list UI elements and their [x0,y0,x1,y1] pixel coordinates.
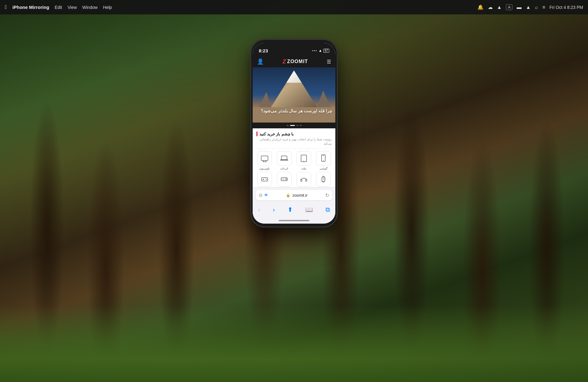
menubar-right: 🔔 ☁ ▲ A ▬ ▲ ⌕ ≡ Fri Oct 4 8:23 PM [477,4,583,10]
category-headphone[interactable]: هدفون [295,172,313,187]
svg-point-31 [266,179,267,180]
iphone-time: 8:23 [259,48,268,53]
search-icon[interactable]: ⌕ [535,5,538,10]
zoomit-z-icon: Z [282,59,286,65]
iphone-frame: 8:23 ••• ▲ 87 👤 Z ZOOMIT ☰ [251,40,337,227]
category-smartwatch[interactable]: ساعت هوشمند [315,172,332,187]
eye-icon[interactable]: 👁 [264,193,268,198]
menubar:  iPhone Mirroring Edit View Window Help… [0,0,588,14]
datetime-label: Fri Oct 4 8:23 PM [549,5,583,10]
goshi-icon [319,154,328,163]
svg-rect-13 [261,156,268,161]
menu-edit[interactable]: Edit [55,5,62,10]
smartwatch-icon-box [316,172,331,187]
mountain-icon[interactable]: ▲ [497,5,502,10]
harddrive-icon-box [277,172,292,187]
address-bar[interactable]: ⊟ 👁 🔒 zoomit.ir ↻ [256,190,332,200]
refresh-icon[interactable]: ↻ [325,192,329,198]
menu-help[interactable]: Help [103,5,112,10]
hero-text: چرا قله اورست هر سال بلندتر می‌شود؟ [256,108,332,113]
icloud-icon[interactable]: ☁ [488,4,493,10]
svg-rect-27 [262,178,268,181]
share-button[interactable]: ⬆ [285,205,295,214]
zoomit-topbar: 👤 Z ZOOMIT ☰ [253,56,335,67]
menu-hamburger-icon[interactable]: ☰ [327,59,331,65]
svg-point-10 [303,161,304,161]
red-accent-bar [256,131,258,136]
signal-dots-icon: ••• [312,49,317,52]
svg-rect-19 [322,181,324,182]
wifi-icon[interactable]: ▲ [526,5,531,10]
menu-window[interactable]: Window [82,5,98,10]
battery-status: 87 [323,49,329,53]
dot-1 [287,125,288,126]
iphone-container: 8:23 ••• ▲ 87 👤 Z ZOOMIT ☰ [251,40,337,227]
harddrive-icon [280,175,288,183]
laptop-icon-box [277,151,292,166]
bookmarks-button[interactable]: 📖 [303,205,315,214]
buy-section-title: با چشم باز خرید کنید [256,131,332,136]
category-tablet[interactable]: تبلت [295,151,313,170]
svg-rect-11 [281,156,287,160]
menubar-left:  iPhone Mirroring Edit View Window Help [5,4,112,10]
goshi-icon-box [316,151,331,166]
tablet-icon-box [296,151,311,166]
dot-2-active [290,125,295,126]
app-name-label: iPhone Mirroring [13,5,49,10]
tablet-icon [300,154,308,163]
svg-rect-18 [322,176,324,177]
content-area: با چشم باز خرید کنید زومیت شما را برای ا… [253,128,335,187]
tablet-label: تبلت [301,167,307,170]
tv-label: تلویزیون [259,167,270,170]
home-indicator [253,217,335,224]
svg-point-7 [323,160,324,161]
tv-icon-box [257,151,272,166]
url-text[interactable]: zoomit.ir [292,193,307,198]
lock-icon: 🔒 [286,193,290,197]
zoomit-name: ZOOMIT [287,59,308,64]
svg-rect-22 [301,179,302,181]
home-bar [279,220,309,221]
iphone-screen[interactable]: 8:23 ••• ▲ 87 👤 Z ZOOMIT ☰ [253,43,335,224]
category-console[interactable]: کنسول بازی [256,172,273,187]
category-laptop[interactable]: لپ‌تاپ [275,151,293,170]
back-button[interactable]: ‹ [256,205,263,214]
category-tv[interactable]: تلویزیون [256,151,273,170]
address-bar-left: ⊟ 👁 [259,193,268,198]
goshi-label: گوشی [320,167,327,170]
dot-4 [300,125,302,126]
control-center-icon[interactable]: ≡ [542,5,545,10]
buy-section: با چشم باز خرید کنید زومیت شما را برای ا… [253,128,335,149]
svg-point-30 [266,179,266,179]
category-harddrive[interactable]: هارد [275,172,293,187]
category-goshi[interactable]: گوشی [315,151,332,170]
browser-toolbar: ‹ › ⬆ 📖 ⧉ [253,203,335,217]
account-icon[interactable]: 👤 [257,58,264,65]
tabs-button[interactable]: ⧉ [323,205,332,214]
apple-logo-icon[interactable]:  [5,4,7,10]
reader-icon[interactable]: ⊟ [259,193,262,198]
svg-rect-23 [306,179,307,181]
laptop-label: لپ‌تاپ [280,167,288,170]
svg-rect-12 [281,160,288,161]
notification-icon[interactable]: 🔔 [477,4,484,10]
headphone-icon-box [296,172,311,187]
iphone-status-icons: ••• ▲ 87 [312,48,329,53]
buy-section-subtitle: زومیت شما را برای انتخاب بهتر و خرید ارز… [256,137,332,146]
hero-image-area[interactable]: چرا قله اورست هر سال بلندتر می‌شود؟ [253,67,335,123]
svg-point-25 [285,179,287,180]
tv-icon [260,154,269,163]
console-icon-box [257,172,272,187]
menu-view[interactable]: View [68,5,77,10]
forward-button[interactable]: › [270,205,277,214]
smartwatch-icon [319,175,328,183]
laptop-icon [280,154,288,163]
dot-3 [296,125,298,126]
font-icon[interactable]: A [506,4,512,10]
address-bar-area: ⊟ 👁 🔒 zoomit.ir ↻ [253,187,335,203]
zoomit-logo: Z ZOOMIT [282,59,308,65]
svg-rect-8 [322,155,324,156]
iphone-status-bar: 8:23 ••• ▲ 87 [253,43,335,56]
category-grid: گوشی تبلت [253,149,335,187]
carousel-dots [253,123,335,128]
